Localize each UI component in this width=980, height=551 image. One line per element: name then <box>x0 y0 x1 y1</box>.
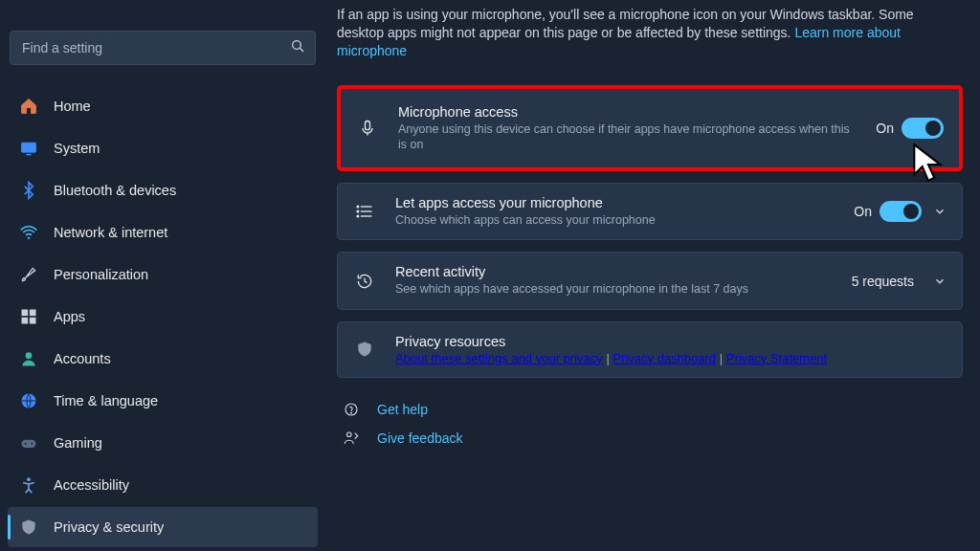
svg-rect-11 <box>22 440 36 448</box>
link-text: Get help <box>377 402 428 417</box>
history-icon <box>351 272 378 291</box>
sidebar-item-label: Gaming <box>54 435 102 451</box>
svg-rect-3 <box>27 154 32 156</box>
chevron-down-icon <box>933 205 947 218</box>
privacy-resources-card: Privacy resources About these settings a… <box>337 321 963 378</box>
svg-point-0 <box>293 41 301 50</box>
apps-icon <box>19 307 38 326</box>
microphone-access-card: Microphone access Anyone using this devi… <box>337 85 963 172</box>
let-apps-toggle[interactable] <box>880 201 922 222</box>
svg-point-13 <box>31 443 33 445</box>
gaming-icon <box>19 433 38 452</box>
svg-point-24 <box>347 432 352 437</box>
toggle-state: On <box>876 121 894 136</box>
sidebar-item-label: Bluetooth & devices <box>54 183 176 198</box>
sidebar-item-label: Accounts <box>54 351 111 366</box>
svg-rect-6 <box>30 310 36 317</box>
sidebar-item-time[interactable]: Time & language <box>8 381 318 421</box>
svg-point-23 <box>351 412 352 413</box>
svg-point-4 <box>28 237 30 239</box>
svg-point-12 <box>25 443 27 445</box>
privacy-dashboard-link[interactable]: Privacy dashboard <box>612 351 716 365</box>
get-help-link[interactable]: Get help <box>337 401 963 418</box>
chevron-down-icon <box>933 275 947 288</box>
svg-line-1 <box>300 48 303 52</box>
settings-sidebar: Home System Bluetooth & devices Network … <box>0 0 325 551</box>
card-title: Privacy resources <box>395 334 947 349</box>
let-apps-card[interactable]: Let apps access your microphone Choose w… <box>337 183 963 240</box>
shield-icon <box>351 340 378 359</box>
system-icon <box>19 139 38 158</box>
main-content: If an app is using your microphone, you'… <box>325 0 980 551</box>
svg-rect-8 <box>30 318 36 324</box>
sidebar-item-personalization[interactable]: Personalization <box>8 254 318 295</box>
microphone-icon <box>354 119 381 138</box>
sidebar-item-label: System <box>54 141 100 156</box>
bluetooth-icon <box>19 181 38 200</box>
account-icon <box>19 349 38 368</box>
sidebar-item-home[interactable]: Home <box>8 86 318 126</box>
sidebar-item-apps[interactable]: Apps <box>8 297 318 337</box>
microphone-access-toggle[interactable] <box>902 118 944 139</box>
home-icon <box>19 97 38 116</box>
wifi-icon <box>19 223 38 242</box>
help-icon <box>341 401 362 418</box>
card-subtitle: Anyone using this device can choose if t… <box>398 121 858 153</box>
sidebar-item-accounts[interactable]: Accounts <box>8 339 318 379</box>
search-icon <box>290 38 305 57</box>
sidebar-item-label: Personalization <box>54 267 148 282</box>
sidebar-item-gaming[interactable]: Gaming <box>8 423 318 463</box>
card-subtitle: Choose which apps can access your microp… <box>395 212 836 228</box>
card-title: Microphone access <box>398 104 858 120</box>
sidebar-item-label: Home <box>54 99 91 114</box>
link-text: Give feedback <box>377 430 463 446</box>
sidebar-item-system[interactable]: System <box>8 128 318 168</box>
svg-rect-5 <box>22 310 29 317</box>
sidebar-item-label: Network & internet <box>54 225 167 240</box>
toggle-state: On <box>854 204 872 219</box>
sidebar-item-accessibility[interactable]: Accessibility <box>8 465 318 505</box>
accessibility-icon <box>19 475 38 495</box>
privacy-about-link[interactable]: About these settings and your privacy <box>395 351 603 365</box>
svg-rect-7 <box>22 318 29 324</box>
svg-rect-2 <box>22 143 36 152</box>
sidebar-item-privacy[interactable]: Privacy & security <box>8 507 318 547</box>
sidebar-item-label: Accessibility <box>54 477 129 493</box>
sidebar-item-label: Time & language <box>54 393 158 408</box>
search-input[interactable] <box>22 40 290 55</box>
intro-text: If an app is using your microphone, you'… <box>337 6 963 60</box>
requests-count: 5 requests <box>852 274 914 289</box>
sidebar-item-bluetooth[interactable]: Bluetooth & devices <box>8 170 318 210</box>
privacy-statement-link[interactable]: Privacy Statement <box>726 351 828 365</box>
svg-point-9 <box>26 352 33 359</box>
sidebar-nav: Home System Bluetooth & devices Network … <box>8 86 318 547</box>
svg-point-14 <box>27 477 31 481</box>
globe-icon <box>19 391 38 410</box>
card-subtitle: See which apps have accessed your microp… <box>395 281 835 297</box>
svg-point-20 <box>357 210 359 212</box>
brush-icon <box>19 265 38 284</box>
recent-activity-card[interactable]: Recent activity See which apps have acce… <box>337 252 963 309</box>
card-title: Recent activity <box>395 264 835 279</box>
shield-icon <box>19 518 38 537</box>
sidebar-item-label: Privacy & security <box>54 519 164 535</box>
svg-point-19 <box>357 206 359 208</box>
search-box[interactable] <box>10 31 316 65</box>
give-feedback-link[interactable]: Give feedback <box>337 430 963 447</box>
card-title: Let apps access your microphone <box>395 195 836 210</box>
sidebar-item-network[interactable]: Network & internet <box>8 212 318 253</box>
svg-point-21 <box>357 215 359 217</box>
sidebar-item-label: Apps <box>54 309 85 324</box>
footer-links: Get help Give feedback <box>337 401 963 447</box>
svg-rect-15 <box>366 121 370 129</box>
list-icon <box>351 202 378 221</box>
feedback-icon <box>341 430 362 447</box>
